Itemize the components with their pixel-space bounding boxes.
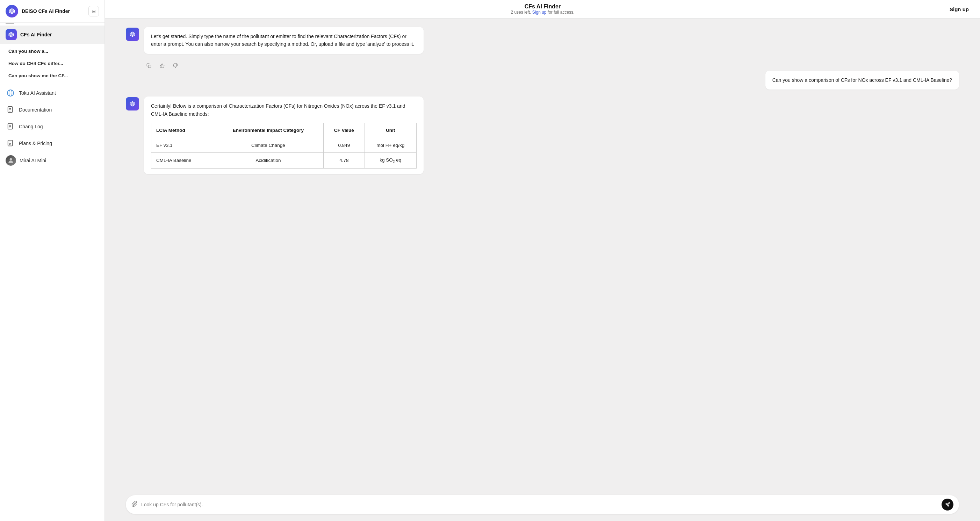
attach-icon[interactable] bbox=[131, 501, 138, 509]
cell-cf-cml: 4.78 bbox=[324, 153, 364, 169]
table-row-cml: CML-IA Baseline Acidification 4.78 kg SO… bbox=[151, 153, 417, 169]
thumbs-up-button-1[interactable] bbox=[157, 61, 167, 71]
sidebar-item-documentation[interactable]: Documentation bbox=[0, 101, 105, 118]
message-1-actions bbox=[144, 61, 959, 71]
cell-unit-ef: mol H+ eq/kg bbox=[364, 138, 417, 153]
svg-rect-6 bbox=[8, 107, 13, 113]
svg-point-18 bbox=[10, 158, 12, 161]
col-header-impact: Environmental Impact Category bbox=[213, 123, 324, 138]
sidebar-item-plans-pricing[interactable]: Plans & Pricing bbox=[0, 135, 105, 152]
plans-doc-icon bbox=[6, 139, 15, 148]
cell-unit-cml: kg SO2 eq bbox=[364, 153, 417, 169]
bot-message-1-text: Let's get started. Simply type the name … bbox=[151, 33, 414, 47]
bot-avatar-1 bbox=[126, 28, 139, 41]
cell-impact-cml: Acidification bbox=[213, 153, 324, 169]
sidebar-item-mirai[interactable]: Mirai AI Mini bbox=[0, 152, 105, 169]
bot-bubble-2: Certainly! Below is a comparison of Char… bbox=[144, 97, 423, 174]
nav-section: Toku AI Assistant Documentation bbox=[0, 83, 105, 170]
cell-impact-ef: Climate Change bbox=[213, 138, 324, 153]
bot-avatar-2 bbox=[126, 97, 139, 110]
input-container bbox=[126, 495, 959, 514]
sidebar-item-mirai-label: Mirai AI Mini bbox=[19, 158, 46, 163]
mirai-avatar bbox=[6, 155, 16, 166]
sidebar-item-toku-label: Toku AI Assistant bbox=[19, 90, 56, 96]
cf-comparison-table: LCIA Method Environmental Impact Categor… bbox=[151, 123, 417, 169]
sidebar-item-cfs-ai-finder[interactable]: CFs AI Finder bbox=[0, 25, 105, 44]
bot-bubble-1: Let's get started. Simply type the name … bbox=[144, 27, 423, 54]
user-message-1-text: Can you show a comparison of CFs for NOx… bbox=[772, 77, 952, 83]
topbar: CFs AI Finder 2 uses left. Sign up for f… bbox=[105, 0, 980, 19]
conversation-item-0[interactable]: Can you show a... bbox=[0, 45, 105, 57]
input-bar bbox=[105, 491, 980, 521]
usage-status: 2 uses left. Sign up for full access. bbox=[511, 10, 574, 15]
chat-area: Let's get started. Simply type the name … bbox=[105, 19, 980, 491]
sidebar-logo bbox=[6, 5, 18, 18]
col-header-unit: Unit bbox=[364, 123, 417, 138]
sidebar-divider bbox=[6, 23, 14, 24]
sidebar-item-changelog-label: Chang Log bbox=[19, 124, 43, 129]
cell-cf-ef: 0.849 bbox=[324, 138, 364, 153]
svg-rect-10 bbox=[8, 123, 13, 129]
sidebar-app-title: DEISO CFs AI Finder bbox=[22, 8, 85, 14]
signup-button[interactable]: Sign up bbox=[945, 4, 973, 14]
thumbs-down-button-1[interactable] bbox=[170, 61, 180, 71]
sidebar-header: DEISO CFs AI Finder ⊟ bbox=[0, 0, 105, 23]
sidebar-item-documentation-label: Documentation bbox=[19, 107, 52, 113]
doc-icon bbox=[6, 105, 15, 115]
send-button[interactable] bbox=[942, 499, 953, 510]
sidebar-toggle-button[interactable]: ⊟ bbox=[88, 6, 99, 16]
user-message-1: Can you show a comparison of CFs for NOx… bbox=[126, 71, 959, 89]
bot-message-2: Certainly! Below is a comparison of Char… bbox=[126, 97, 959, 174]
main-content: CFs AI Finder 2 uses left. Sign up for f… bbox=[105, 0, 980, 521]
globe-icon bbox=[6, 88, 15, 98]
sidebar-item-changelog[interactable]: Chang Log bbox=[0, 118, 105, 135]
conversation-item-2[interactable]: Can you show me the CF... bbox=[0, 70, 105, 82]
panel-toggle-icon: ⊟ bbox=[92, 8, 96, 14]
sidebar: DEISO CFs AI Finder ⊟ CFs AI Finder Can … bbox=[0, 0, 105, 521]
col-header-cf: CF Value bbox=[324, 123, 364, 138]
topbar-center: CFs AI Finder 2 uses left. Sign up for f… bbox=[511, 3, 574, 15]
svg-rect-14 bbox=[8, 140, 13, 146]
bot-message-1: Let's get started. Simply type the name … bbox=[126, 27, 959, 54]
copy-button-1[interactable] bbox=[144, 61, 154, 71]
cell-lcia-ef: EF v3.1 bbox=[151, 138, 213, 153]
conversations-section: Can you show a... How do CH4 CFs differ.… bbox=[0, 44, 105, 83]
sidebar-active-label: CFs AI Finder bbox=[20, 32, 52, 37]
page-title: CFs AI Finder bbox=[511, 3, 574, 10]
signup-link[interactable]: Sign up bbox=[532, 10, 547, 15]
subtitle-suffix: for full access. bbox=[548, 10, 574, 15]
conversation-item-1[interactable]: How do CH4 CFs differ... bbox=[0, 57, 105, 70]
cell-lcia-cml: CML-IA Baseline bbox=[151, 153, 213, 169]
sidebar-item-toku[interactable]: Toku AI Assistant bbox=[0, 84, 105, 101]
sidebar-item-plans-label: Plans & Pricing bbox=[19, 140, 52, 146]
cfs-finder-icon bbox=[6, 29, 17, 40]
svg-rect-21 bbox=[148, 65, 151, 68]
table-row-ef: EF v3.1 Climate Change 0.849 mol H+ eq/k… bbox=[151, 138, 417, 153]
uses-left-text: 2 uses left. bbox=[511, 10, 531, 15]
col-header-lcia: LCIA Method bbox=[151, 123, 213, 138]
chat-input[interactable] bbox=[141, 502, 938, 507]
bot-message-2-intro: Certainly! Below is a comparison of Char… bbox=[151, 103, 405, 116]
changelog-doc-icon bbox=[6, 122, 15, 131]
user-bubble-1: Can you show a comparison of CFs for NOx… bbox=[765, 71, 959, 89]
